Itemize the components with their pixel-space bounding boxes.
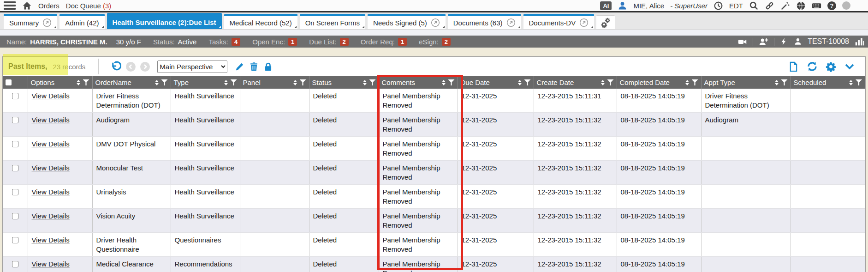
view-details-link[interactable]: View Details [32, 164, 70, 172]
filter-icon[interactable] [607, 79, 614, 85]
due-list-count-badge[interactable]: 2 [340, 38, 349, 46]
settings-button[interactable] [826, 61, 836, 72]
column-header-appt-type[interactable]: Appt Type [701, 76, 791, 89]
filter-icon[interactable] [161, 79, 168, 85]
open-enc-count-badge[interactable]: 1 [288, 38, 297, 46]
bar-chart-icon[interactable] [855, 37, 864, 47]
external-link-icon[interactable] [431, 18, 440, 27]
sort-icon[interactable] [601, 80, 605, 85]
tab-settings[interactable] [596, 15, 615, 29]
column-header-comments[interactable]: Comments [379, 76, 458, 89]
row-checkbox[interactable] [12, 117, 18, 123]
column-header-scheduled[interactable]: Scheduled [791, 76, 865, 89]
filter-icon[interactable] [300, 79, 306, 85]
filter-icon[interactable] [781, 79, 788, 85]
sort-icon[interactable] [518, 80, 522, 85]
sort-icon[interactable] [77, 80, 80, 85]
view-details-link[interactable]: View Details [32, 212, 70, 220]
delete-perspective-button[interactable] [249, 62, 259, 72]
column-header-type[interactable]: Type [171, 76, 240, 89]
next-button[interactable] [140, 62, 150, 72]
view-details-link[interactable]: View Details [32, 116, 70, 124]
sort-icon[interactable] [363, 80, 367, 85]
tab-medical-record[interactable]: Medical Record (52) [224, 14, 297, 29]
row-checkbox[interactable] [12, 93, 18, 99]
counter-due-list[interactable]: Due List: 2 [309, 38, 348, 46]
lightning-icon[interactable] [780, 37, 788, 46]
view-details-link[interactable]: View Details [32, 188, 70, 196]
sort-icon[interactable] [685, 80, 689, 85]
ai-button[interactable]: AI [600, 1, 612, 10]
row-checkbox[interactable] [12, 261, 18, 267]
add-person-icon[interactable] [759, 37, 768, 47]
view-details-link[interactable]: View Details [32, 236, 70, 244]
sort-icon[interactable] [155, 80, 159, 85]
edit-perspective-button[interactable] [235, 62, 244, 72]
row-checkbox[interactable] [12, 165, 18, 171]
counter-tasks[interactable]: Tasks: 4 [208, 38, 240, 46]
tab-health-surveillance-due-list[interactable]: Health Surveillance (2):Due List [107, 13, 222, 29]
lock-perspective-button[interactable] [263, 62, 273, 72]
column-header-options[interactable]: Options [28, 76, 92, 89]
column-header-ordername[interactable]: OrderName [92, 76, 171, 89]
view-details-link[interactable]: View Details [32, 140, 70, 148]
hamburger-menu-icon[interactable] [4, 1, 16, 10]
filter-icon[interactable] [524, 79, 531, 85]
link-icon[interactable] [765, 1, 774, 11]
tab-admin[interactable]: Admin (42) [59, 14, 104, 29]
wand-icon[interactable] [780, 1, 790, 11]
sort-icon[interactable] [293, 80, 297, 85]
video-camera-icon[interactable] [737, 37, 747, 47]
tab-needs-signed[interactable]: Needs Signed (5) [368, 14, 446, 29]
row-checkbox[interactable] [12, 141, 18, 147]
breadcrumb-orders[interactable]: Orders [38, 2, 59, 10]
filter-icon[interactable] [231, 79, 237, 85]
help-icon[interactable]: ? [827, 1, 836, 10]
filter-icon[interactable] [448, 79, 455, 85]
view-details-link[interactable]: View Details [32, 92, 70, 100]
external-link-icon[interactable] [506, 18, 516, 27]
row-checkbox[interactable] [12, 189, 18, 195]
tab-documents[interactable]: Documents (63) [448, 14, 521, 29]
collapse-button[interactable] [844, 61, 855, 72]
sort-icon[interactable] [442, 80, 446, 85]
order-req-count-badge[interactable]: 1 [398, 38, 407, 46]
filter-icon[interactable] [83, 79, 89, 85]
column-header-create-date[interactable]: Create Date [534, 76, 617, 89]
sort-icon[interactable] [775, 80, 779, 85]
external-link-icon[interactable] [579, 18, 589, 27]
esign-count-badge[interactable]: 2 [442, 38, 451, 46]
view-details-link[interactable]: View Details [32, 260, 70, 268]
column-header-status[interactable]: Status [309, 76, 379, 89]
filter-icon[interactable] [856, 79, 862, 85]
undo-button[interactable] [110, 61, 121, 73]
prev-button[interactable] [126, 62, 136, 72]
tab-on-screen-forms[interactable]: On Screen Forms [300, 14, 365, 29]
clock-icon[interactable] [713, 1, 723, 11]
new-document-button[interactable] [788, 61, 799, 72]
select-all-checkbox[interactable] [6, 79, 12, 85]
counter-open-enc[interactable]: Open Enc: 1 [252, 38, 297, 46]
column-header-completed-date[interactable]: Completed Date [617, 76, 701, 89]
row-checkbox[interactable] [12, 213, 18, 219]
tab-summary[interactable]: Summary [4, 14, 57, 29]
refresh-button[interactable] [807, 61, 818, 72]
external-link-icon[interactable] [42, 18, 52, 27]
sort-icon[interactable] [224, 80, 228, 85]
counter-order-req[interactable]: Order Req: 1 [361, 38, 407, 46]
filter-icon[interactable] [692, 79, 698, 85]
row-checkbox[interactable] [12, 237, 18, 243]
column-header-panel[interactable]: Panel [240, 76, 309, 89]
tab-documents-dv[interactable]: Documents-DV [523, 14, 595, 29]
filter-icon[interactable] [369, 79, 376, 85]
breadcrumb-doc-queue[interactable]: Doc Queue (3) [66, 2, 111, 10]
perspective-select[interactable]: Main Perspective [157, 60, 227, 73]
column-header-due-date[interactable]: Due Date [458, 76, 534, 89]
sort-icon[interactable] [849, 80, 853, 85]
tasks-count-badge[interactable]: 4 [232, 38, 240, 46]
search-icon[interactable] [749, 1, 759, 11]
keyboard-icon[interactable] [812, 1, 821, 11]
counter-esign[interactable]: eSign: 2 [419, 38, 451, 46]
select-all-header[interactable] [3, 76, 28, 89]
home-icon[interactable] [22, 1, 32, 11]
